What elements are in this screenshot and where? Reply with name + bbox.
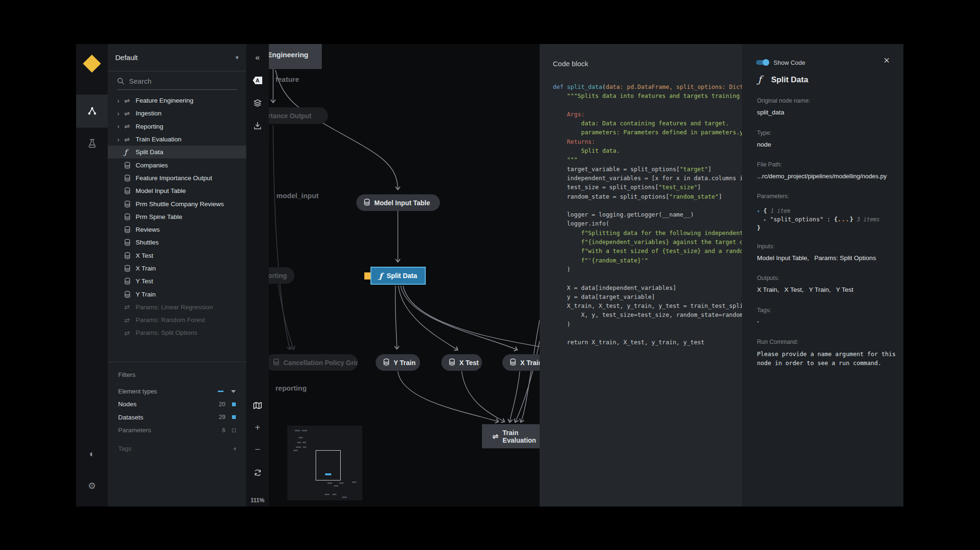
code-line: f"{independent_variables} against the ta… xyxy=(553,237,742,246)
experiment-tracking-button[interactable] xyxy=(76,127,108,160)
tree-item-prm-spine-table[interactable]: Prm Spine Table xyxy=(108,210,246,223)
code-line xyxy=(553,274,742,283)
tree-item-params-split-options[interactable]: ⇄Params: Split Options xyxy=(108,326,246,339)
filter-group-tags[interactable]: Tags xyxy=(108,442,246,455)
database-icon xyxy=(124,252,136,259)
tree-item-reporting[interactable]: ›⇌Reporting xyxy=(108,120,246,133)
node-x-train[interactable]: X Train xyxy=(502,354,540,371)
settings-button[interactable]: ⚙ xyxy=(76,469,108,502)
flowchart-view-button[interactable] xyxy=(76,95,108,128)
checkbox-on-icon[interactable] xyxy=(232,402,236,406)
node-feature-importance-output[interactable]: Feature Importance Output xyxy=(269,107,328,124)
show-code-toggle[interactable] xyxy=(756,60,768,65)
checkbox-off-icon[interactable] xyxy=(232,428,236,432)
code-line: Split data. xyxy=(553,146,742,155)
minimap-selected-node xyxy=(325,473,331,475)
checkbox-on-icon[interactable] xyxy=(232,415,236,419)
code-line: def split_data(data: pd.DataFrame, split… xyxy=(553,82,742,91)
tree-item-ingestion[interactable]: ›⇌Ingestion xyxy=(108,107,246,120)
minimap[interactable] xyxy=(287,426,362,500)
theme-toggle-button[interactable]: ◐ xyxy=(76,437,108,470)
code-line: test_size = split_options["test_size"] xyxy=(553,183,742,192)
node-y-train[interactable]: Y Train xyxy=(376,354,420,371)
close-icon[interactable]: × xyxy=(884,55,890,66)
search-icon xyxy=(117,78,124,85)
parameters-json-tree[interactable]: ▾ { 1 item ▸ "split_options" : {...} 3 i… xyxy=(757,207,880,232)
database-icon xyxy=(124,265,136,272)
code-panel: Code block def split_data(data: pd.DataF… xyxy=(540,44,742,506)
tree-item-feature-importance-output[interactable]: Feature Importance Output xyxy=(108,172,246,184)
kedro-logo-icon[interactable] xyxy=(83,54,101,72)
chevron-right-icon[interactable]: › xyxy=(117,136,124,143)
tree-item-companies[interactable]: Companies xyxy=(108,158,246,171)
tree-item-x-test[interactable]: X Test xyxy=(108,249,246,262)
node-cancellation-policy-grid[interactable]: Cancellation Policy Grid xyxy=(269,354,358,371)
tree-item-params-random-forest[interactable]: ⇄Params: Random Forest xyxy=(108,314,246,326)
node-split-data[interactable]: ƒ Split Data xyxy=(370,267,426,285)
node-x-test[interactable]: X Test xyxy=(441,354,482,371)
filter-count: 20 xyxy=(219,401,225,408)
tree-item-prm-shuttle-company-reviews[interactable]: Prm Shuttle Company Reviews xyxy=(108,197,246,210)
filter-row-datasets[interactable]: Datasets 29 xyxy=(108,411,246,424)
node-model-input-table[interactable]: Model Input Table xyxy=(356,194,440,211)
minus-icon: − xyxy=(255,444,260,455)
minimap-viewport[interactable] xyxy=(316,450,341,480)
flask-icon xyxy=(88,139,96,148)
export-button[interactable] xyxy=(246,118,269,134)
chevron-right-icon[interactable]: › xyxy=(117,110,124,117)
tree-item-params-linear-regression[interactable]: ⇄Params: Linear Regression xyxy=(108,301,246,314)
code-line xyxy=(553,201,742,210)
function-icon: ƒ xyxy=(379,271,382,280)
tree-item-feature-engineering[interactable]: ›⇌Feature Engineering xyxy=(108,94,246,107)
collapsed-arrow-icon[interactable]: ▸ xyxy=(764,217,766,222)
chevron-right-icon[interactable]: › xyxy=(117,97,124,105)
node-feature-engineering[interactable]: Feature Engineering xyxy=(269,44,322,69)
original-node-name-value: split_data xyxy=(757,109,784,116)
zoom-out-button[interactable]: − xyxy=(246,441,269,457)
tree-item-shuttles[interactable]: Shuttles xyxy=(108,236,246,249)
filter-group-element-types[interactable]: Element types xyxy=(108,385,246,398)
label-tag-icon: A xyxy=(253,77,262,84)
filter-row-parameters[interactable]: Parameters 6 xyxy=(108,424,246,437)
code-line: random_state = split_options["random_sta… xyxy=(553,192,742,201)
reset-zoom-button[interactable] xyxy=(246,464,269,480)
node-train-evaluation[interactable]: ⇌ Train Evaluation xyxy=(482,424,540,448)
chevron-right-icon[interactable]: › xyxy=(117,122,124,130)
database-icon xyxy=(124,162,136,169)
tree-item-x-train[interactable]: X Train xyxy=(108,262,246,275)
node-reporting[interactable]: Reporting xyxy=(269,267,294,284)
minimap-toggle-button[interactable] xyxy=(246,397,269,413)
database-icon xyxy=(124,213,136,220)
pipeline-icon: ⇌ xyxy=(124,97,136,105)
flowchart-icon xyxy=(87,107,97,115)
double-chevron-left-icon: « xyxy=(255,53,259,62)
zoom-in-button[interactable]: + xyxy=(246,419,269,436)
collapse-sidebar-button[interactable]: « xyxy=(246,50,269,66)
toggle-layers-button[interactable] xyxy=(246,95,269,111)
tree-item-reviews[interactable]: Reviews xyxy=(108,223,246,236)
sidebar-tree: ›⇌Feature Engineering›⇌Ingestion›⇌Report… xyxy=(108,94,246,340)
toggle-labels-button[interactable]: A xyxy=(246,72,269,88)
pipeline-selector[interactable]: Default ▾ xyxy=(108,44,246,71)
tree-item-y-test[interactable]: Y Test xyxy=(108,275,246,288)
database-icon xyxy=(449,358,455,367)
tree-item-y-train[interactable]: Y Train xyxy=(108,288,246,300)
collapse-arrow-icon[interactable] xyxy=(231,390,236,393)
search-placeholder: Search xyxy=(129,77,152,85)
database-icon xyxy=(124,226,136,233)
tree-item-model-input-table[interactable]: Model Input Table xyxy=(108,184,246,197)
tree-item-train-evaluation[interactable]: ›⇌Train Evaluation xyxy=(108,133,246,146)
filter-row-nodes[interactable]: Nodes 20 xyxy=(108,398,246,410)
indeterminate-checkbox-icon[interactable] xyxy=(218,391,224,392)
code-block[interactable]: def split_data(data: pd.DataFrame, split… xyxy=(553,82,742,347)
field-label: File Path: xyxy=(757,161,782,168)
flowchart-canvas[interactable]: Feature Engineering feature Feature Impo… xyxy=(269,44,540,506)
code-line: independent_variables = [x for x in data… xyxy=(553,174,742,183)
database-icon xyxy=(383,358,389,367)
expand-arrow-icon[interactable]: ▾ xyxy=(757,209,760,214)
icon-rail: ◐ ⚙ xyxy=(76,44,108,506)
outputs-value: X Train, X Test, Y Train, Y Test xyxy=(757,286,853,293)
database-icon xyxy=(124,291,136,298)
tree-item-split-data[interactable]: ƒSplit Data xyxy=(108,146,246,158)
search-input[interactable]: Search xyxy=(108,71,246,90)
